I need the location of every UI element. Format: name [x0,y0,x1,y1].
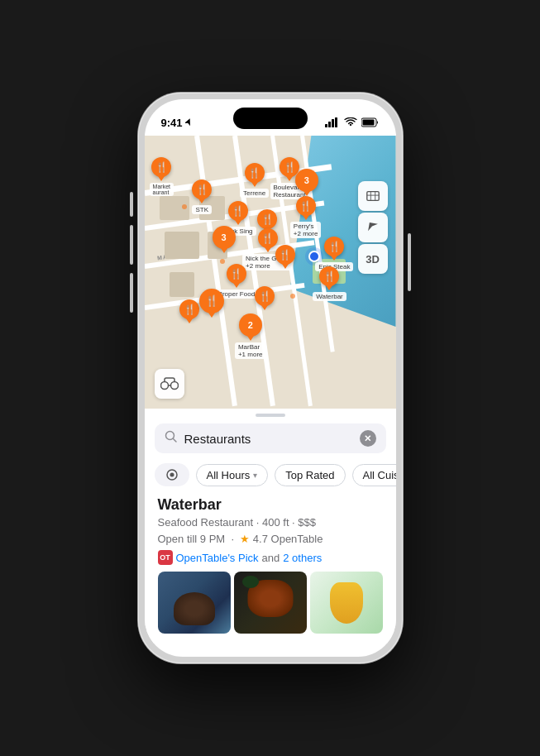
status-time: 9:41 [161,117,192,129]
search-icon [165,430,178,447]
city-block [170,272,194,297]
3d-button[interactable]: 3D [358,244,388,274]
binoculars-button[interactable] [155,369,184,399]
status-icons [325,117,380,127]
search-bar[interactable]: Restaurants ✕ [155,423,386,453]
sheet-drag-area[interactable] [145,402,396,409]
location-arrow-icon [185,118,192,127]
filter-top-rated-pill[interactable]: Top Rated [275,464,345,486]
location-button[interactable] [358,213,388,242]
mute-button[interactable] [130,192,133,217]
svg-rect-0 [325,124,327,127]
city-block [165,232,200,259]
binoculars-icon [160,377,179,390]
svg-point-8 [170,382,178,390]
map-view[interactable]: MAIN ST 🍴 Marketaurant 🍴 [145,136,396,409]
restaurant-badge: OT OpenTable's Pick and 2 others [158,550,383,565]
bottom-sheet: Restaurants ✕ All Hours ▾ [145,414,396,644]
restaurant-photos [158,572,383,634]
map-pin-cluster-3[interactable]: 3 [295,169,318,196]
food-photo-1[interactable] [158,572,231,634]
map-view-button[interactable] [358,181,388,211]
restaurant-card[interactable]: Waterbar Seafood Restaurant · 400 ft · $… [145,493,396,644]
opentable-pick-link[interactable]: OpenTable's Pick [176,552,259,564]
food-photo-3[interactable] [310,572,383,634]
filter-options-icon [165,468,179,481]
map-pin-unnamed3[interactable]: 🍴 [255,286,275,310]
location-arrow-icon [366,220,380,235]
map-icon [366,189,380,203]
svg-rect-1 [328,122,331,127]
food-photo-2[interactable] [234,572,307,634]
badge-others-text: and [262,552,280,564]
chevron-down-icon: ▾ [253,471,257,480]
filter-options-button[interactable] [155,463,189,486]
search-text: Restaurants [184,432,353,446]
restaurant-name: Waterbar [158,496,383,514]
others-link[interactable]: 2 others [283,552,322,564]
small-pin [220,259,225,264]
svg-rect-2 [332,119,334,127]
svg-point-7 [160,382,168,390]
restaurant-meta-line2: Open till 9 PM · ★ 4.7 OpenTable [158,532,383,547]
phone-frame: 9:41 [138,93,403,663]
svg-rect-3 [335,117,337,127]
opentable-icon: OT [158,550,173,565]
phone-screen: 9:41 [145,99,396,657]
map-pin-waterbar[interactable]: 🍴 Waterbar [313,266,346,301]
map-pin-stk[interactable]: 🍴 STK [192,179,212,214]
filter-cuisines-pill[interactable]: All Cuisines ▾ [352,464,396,486]
svg-rect-5 [362,120,374,126]
map-pin-perrys[interactable]: 🍴 Perry's+2 more [290,196,322,238]
map-pin-cluster-3b[interactable]: 3 [213,226,236,253]
volume-up-button[interactable] [130,225,133,265]
power-button[interactable] [408,233,411,291]
volume-down-button[interactable] [130,273,133,313]
svg-rect-6 [366,192,378,201]
wifi-icon [344,117,357,127]
map-controls: 3D [358,181,388,274]
signal-icon [325,117,340,127]
small-pin [182,204,187,209]
battery-icon [361,117,380,127]
map-pin-unnamed4[interactable]: 🍴 [179,299,199,323]
clear-search-button[interactable]: ✕ [360,430,376,447]
map-pin-terrene[interactable]: 🍴 Terrene [240,163,269,198]
map-pin-market[interactable]: 🍴 Marketaurant [150,157,174,196]
svg-point-11 [170,473,174,477]
map-pin-unnamed2[interactable]: 🍴 [275,245,295,269]
map-pin-unnamed5[interactable]: 🍴 [199,289,224,318]
filter-row: All Hours ▾ Top Rated All Cuisines ▾ [145,460,396,493]
restaurant-meta-line1: Seafood Restaurant · 400 ft · $$$ [158,515,383,530]
dynamic-island [233,108,308,129]
filter-hours-pill[interactable]: All Hours ▾ [196,464,269,486]
map-pin-cluster-2[interactable]: 2 MarBar+1 more [235,313,266,359]
sheet-handle[interactable] [256,414,285,417]
